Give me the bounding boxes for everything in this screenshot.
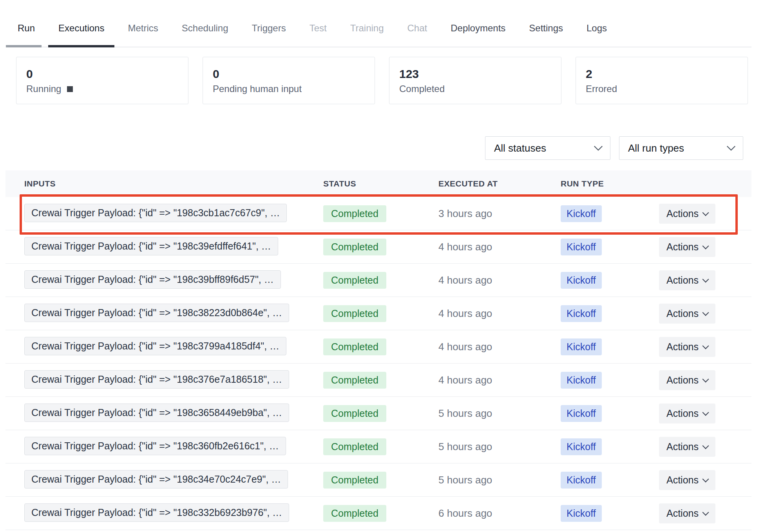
actions-button-label: Actions bbox=[666, 341, 699, 353]
input-payload-pill[interactable]: Crewai Trigger Payload: {"id" => "198c37… bbox=[24, 337, 286, 355]
executed-at-cell: 4 hours ago bbox=[438, 274, 561, 286]
tab-label: Executions bbox=[58, 23, 104, 33]
executed-at-text: 5 hours ago bbox=[438, 407, 492, 419]
actions-button[interactable]: Actions bbox=[659, 404, 715, 423]
input-payload-pill[interactable]: Crewai Trigger Payload: {"id" => "198c39… bbox=[24, 270, 281, 289]
table-row[interactable]: Crewai Trigger Payload: {"id" => "198c38… bbox=[5, 297, 751, 330]
tab[interactable]: Triggers bbox=[252, 23, 286, 34]
actions-cell: Actions bbox=[659, 204, 751, 224]
actions-button[interactable]: Actions bbox=[659, 237, 715, 257]
chevron-down-icon bbox=[702, 376, 709, 382]
table-row[interactable]: Crewai Trigger Payload: {"id" => "198c39… bbox=[5, 264, 751, 297]
input-payload-pill[interactable]: Crewai Trigger Payload: {"id" => "198c3c… bbox=[24, 204, 287, 222]
actions-button[interactable]: Actions bbox=[659, 304, 715, 324]
run-type-badge: Kickoff bbox=[561, 239, 602, 255]
stat-label: Completed bbox=[399, 83, 445, 94]
tab-bar: Run Executions Metrics Scheduling Trigge… bbox=[6, 0, 751, 47]
executed-at-cell: 5 hours ago bbox=[438, 441, 561, 453]
status-badge: Completed bbox=[323, 305, 386, 322]
stat-card: 2 Errored bbox=[576, 57, 748, 104]
tab[interactable]: Test bbox=[310, 23, 327, 34]
tab[interactable]: Scheduling bbox=[182, 23, 228, 34]
status-badge: Completed bbox=[323, 472, 386, 489]
run-type-badge: Kickoff bbox=[561, 272, 602, 289]
actions-cell: Actions bbox=[659, 270, 751, 290]
table-row[interactable]: Crewai Trigger Payload: {"id" => "198c3c… bbox=[5, 197, 751, 230]
table-row[interactable]: Crewai Trigger Payload: {"id" => "198c37… bbox=[5, 330, 751, 364]
actions-button[interactable]: Actions bbox=[659, 270, 715, 290]
stat-card: 0 Running bbox=[16, 57, 188, 104]
input-payload-pill[interactable]: Crewai Trigger Payload: {"id" => "198c36… bbox=[24, 437, 286, 455]
executed-at-text: 6 hours ago bbox=[438, 507, 492, 519]
status-cell: Completed bbox=[323, 472, 438, 489]
tab[interactable]: Chat bbox=[407, 23, 427, 34]
table-row[interactable]: Crewai Trigger Payload: {"id" => "198c36… bbox=[5, 397, 751, 430]
executed-at-cell: 4 hours ago bbox=[438, 241, 561, 253]
actions-button[interactable]: Actions bbox=[659, 370, 715, 390]
status-badge: Completed bbox=[323, 338, 386, 355]
inputs-cell: Crewai Trigger Payload: {"id" => "198c39… bbox=[5, 270, 323, 290]
executed-at-text: 3 hours ago bbox=[438, 208, 492, 219]
tab[interactable]: Logs bbox=[587, 23, 607, 34]
stat-value: 0 bbox=[26, 67, 188, 81]
executed-at-text: 4 hours ago bbox=[438, 341, 492, 353]
input-payload-pill[interactable]: Crewai Trigger Payload: {"id" => "198c33… bbox=[24, 503, 289, 522]
tab-label: Deployments bbox=[451, 23, 505, 33]
chevron-down-icon bbox=[702, 442, 709, 449]
actions-button-label: Actions bbox=[666, 508, 699, 519]
table-row[interactable]: Crewai Trigger Payload: {"id" => "198c36… bbox=[5, 430, 751, 463]
stat-label: Errored bbox=[586, 83, 617, 94]
table-header: Inputs Status Executed at Run type bbox=[5, 170, 751, 197]
run-type-cell: Kickoff bbox=[561, 405, 659, 422]
status-cell: Completed bbox=[323, 405, 438, 422]
input-payload-pill[interactable]: Crewai Trigger Payload: {"id" => "198c36… bbox=[24, 404, 289, 422]
actions-button[interactable]: Actions bbox=[659, 337, 715, 357]
actions-button[interactable]: Actions bbox=[659, 437, 715, 457]
input-payload-pill[interactable]: Crewai Trigger Payload: {"id" => "198c39… bbox=[24, 237, 278, 255]
input-payload-pill[interactable]: Crewai Trigger Payload: {"id" => "198c37… bbox=[24, 370, 289, 389]
tab[interactable]: Metrics bbox=[128, 23, 158, 34]
actions-cell: Actions bbox=[659, 304, 751, 324]
inputs-cell: Crewai Trigger Payload: {"id" => "198c36… bbox=[5, 437, 323, 457]
table-row[interactable]: Crewai Trigger Payload: {"id" => "198c33… bbox=[5, 497, 751, 530]
executed-at-cell: 6 hours ago bbox=[438, 507, 561, 519]
run-type-badge: Kickoff bbox=[561, 372, 602, 389]
actions-button-label: Actions bbox=[666, 474, 699, 486]
tab[interactable]: Executions bbox=[58, 23, 104, 34]
table-row[interactable]: Crewai Trigger Payload: {"id" => "198c37… bbox=[5, 364, 751, 397]
tab[interactable]: Run bbox=[18, 23, 35, 34]
chevron-down-icon bbox=[702, 509, 709, 516]
run-type-cell: Kickoff bbox=[561, 472, 659, 489]
stat-label-row: Errored bbox=[586, 83, 748, 94]
run-type-filter-select[interactable]: All run types bbox=[619, 136, 743, 160]
table-row[interactable]: Crewai Trigger Payload: {"id" => "198c39… bbox=[5, 230, 751, 264]
run-type-filter-value: All run types bbox=[628, 142, 684, 154]
executed-at-text: 4 hours ago bbox=[438, 374, 492, 386]
status-cell: Completed bbox=[323, 372, 438, 389]
actions-button[interactable]: Actions bbox=[659, 470, 715, 490]
tab[interactable]: Deployments bbox=[451, 23, 505, 34]
tab[interactable]: Settings bbox=[529, 23, 563, 34]
actions-cell: Actions bbox=[659, 237, 751, 257]
inputs-cell: Crewai Trigger Payload: {"id" => "198c38… bbox=[5, 304, 323, 324]
status-badge: Completed bbox=[323, 438, 386, 455]
tab-label: Triggers bbox=[252, 23, 286, 33]
chevron-down-icon bbox=[702, 276, 709, 282]
input-payload-pill[interactable]: Crewai Trigger Payload: {"id" => "198c38… bbox=[24, 304, 289, 322]
actions-button[interactable]: Actions bbox=[659, 503, 715, 523]
chevron-down-icon bbox=[702, 476, 709, 482]
column-header-run-type: Run type bbox=[561, 179, 659, 188]
status-filter-select[interactable]: All statuses bbox=[485, 136, 610, 160]
input-payload-pill[interactable]: Crewai Trigger Payload: {"id" => "198c34… bbox=[24, 470, 288, 489]
executed-at-text: 4 hours ago bbox=[438, 308, 492, 319]
run-type-badge: Kickoff bbox=[561, 305, 602, 322]
stat-value: 2 bbox=[586, 67, 748, 81]
stat-value: 0 bbox=[213, 67, 375, 81]
actions-button[interactable]: Actions bbox=[659, 204, 715, 224]
tab[interactable]: Training bbox=[350, 23, 384, 34]
executed-at-cell: 5 hours ago bbox=[438, 407, 561, 420]
actions-button-label: Actions bbox=[666, 241, 699, 253]
table-row[interactable]: Crewai Trigger Payload: {"id" => "198c34… bbox=[5, 463, 751, 497]
actions-cell: Actions bbox=[659, 370, 751, 390]
status-badge: Completed bbox=[323, 505, 386, 522]
